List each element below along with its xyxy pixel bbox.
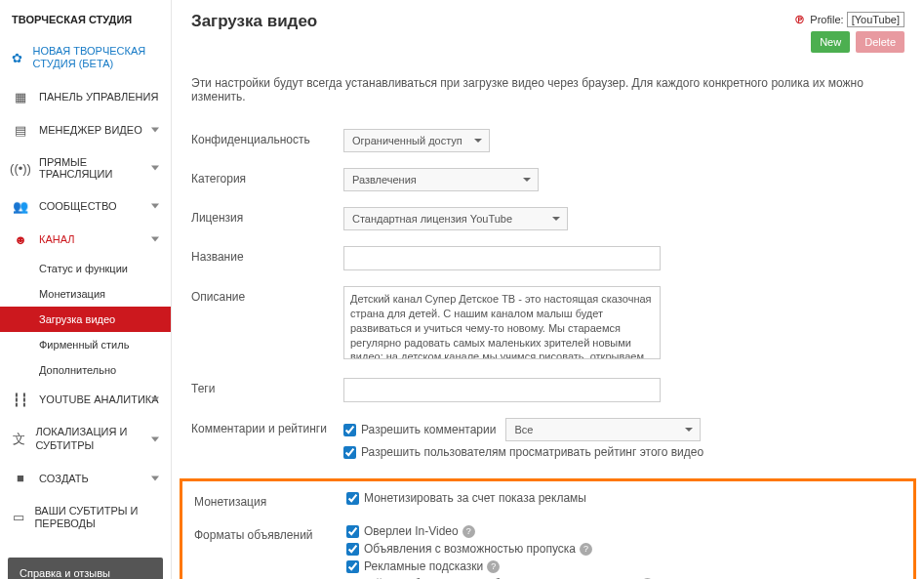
cc-icon: ▭ [12, 511, 24, 524]
text-sponsored: Рекламные подсказки [364, 559, 483, 573]
label-tags: Теги [191, 378, 343, 395]
label-category: Категория [191, 168, 343, 186]
dashboard-icon: ▦ [12, 90, 29, 103]
label-monetization: Монетизация [194, 491, 346, 509]
profile-label: Profile: [810, 14, 843, 25]
label-license: Лицензия [191, 207, 343, 225]
help-icon[interactable]: ? [487, 560, 500, 573]
delete-button[interactable]: Delete [856, 31, 904, 53]
sidebar-analytics[interactable]: ┇┇ YOUTUBE АНАЛИТИКА [0, 383, 171, 416]
person-icon: ☻ [12, 232, 29, 246]
checkbox-skippable[interactable] [346, 543, 359, 556]
checkbox-sponsored[interactable] [346, 560, 359, 573]
sidebar-feedback[interactable]: Справка и отзывы [8, 558, 163, 579]
page-title: Загрузка видео [191, 12, 317, 31]
sidebar-label: ПАНЕЛЬ УПРАВЛЕНИЯ [39, 91, 158, 103]
sidebar-label: СОЗДАТЬ [39, 473, 89, 484]
text-allow-comments: Разрешить комментарии [361, 423, 496, 436]
sidebar-title: ТВОРЧЕСКАЯ СТУДИЯ [0, 8, 171, 35]
sidebar-dashboard[interactable]: ▦ ПАНЕЛЬ УПРАВЛЕНИЯ [0, 80, 171, 113]
page-description: Эти настройки будут всегда устанавливать… [191, 76, 904, 103]
sidebar-label: НОВАЯ ТВОРЧЕСКАЯ СТУДИЯ (БЕТА) [33, 45, 159, 70]
sidebar-translations[interactable]: 文 ЛОКАЛИЗАЦИЯ И СУБТИТРЫ [0, 416, 171, 461]
sidebar-label: YOUTUBE АНАЛИТИКА [39, 393, 159, 405]
profile-badge-icon: ℗ [794, 14, 805, 25]
select-license[interactable]: Стандартная лицензия YouTube [343, 207, 568, 230]
camera-icon: ■ [12, 472, 29, 485]
help-icon[interactable]: ? [462, 525, 475, 538]
sidebar-community[interactable]: 👥 СООБЩЕСТВО [0, 189, 171, 223]
text-allow-ratings: Разрешить пользователям просматривать ре… [361, 445, 703, 459]
sidebar-label: ПРЯМЫЕ ТРАНСЛЯЦИИ [39, 156, 159, 180]
sidebar-sub-advanced[interactable]: Дополнительно [0, 357, 171, 383]
video-icon: ▤ [12, 123, 29, 137]
sidebar-sub-monetization[interactable]: Монетизация [0, 281, 171, 307]
sidebar-sub-status[interactable]: Статус и функции [0, 256, 171, 281]
broadcast-icon: ((•)) [12, 161, 29, 175]
checkbox-overlay[interactable] [346, 525, 359, 538]
label-comments: Комментарии и рейтинги [191, 418, 343, 435]
analytics-icon: ┇┇ [12, 393, 29, 406]
input-title[interactable] [343, 246, 661, 270]
select-category[interactable]: Развлечения [343, 168, 539, 191]
sidebar-label: МЕНЕДЖЕР ВИДЕО [39, 124, 142, 136]
checkbox-monetize[interactable] [346, 492, 359, 505]
text-overlay: Оверлеи In-Video [364, 524, 459, 538]
gear-icon: ✿ [12, 51, 23, 64]
sidebar-create[interactable]: ■ СОЗДАТЬ [0, 462, 171, 495]
sidebar: ТВОРЧЕСКАЯ СТУДИЯ ✿ НОВАЯ ТВОРЧЕСКАЯ СТУ… [0, 0, 172, 579]
sidebar-sub-branding[interactable]: Фирменный стиль [0, 332, 171, 357]
sidebar-label: ВАШИ СУБТИТРЫ И ПЕРЕВОДЫ [34, 505, 159, 530]
monetization-highlight: Монетизация Монетизировать за счет показ… [180, 478, 916, 579]
sidebar-live[interactable]: ((•)) ПРЯМЫЕ ТРАНСЛЯЦИИ [0, 146, 171, 189]
checkbox-allow-ratings[interactable] [343, 446, 356, 459]
select-privacy[interactable]: Ограниченный доступ [343, 129, 490, 152]
text-monetize: Монетизировать за счет показа рекламы [364, 491, 586, 505]
label-privacy: Конфиденциальность [191, 129, 343, 146]
select-comment-filter[interactable]: Все [505, 418, 701, 441]
sidebar-channel[interactable]: ☻ КАНАЛ [0, 223, 171, 256]
main-content: Загрузка видео ℗ Profile: [YouTube] New … [172, 0, 924, 579]
textarea-description[interactable] [343, 286, 661, 359]
sidebar-your-subs[interactable]: ▭ ВАШИ СУБТИТРЫ И ПЕРЕВОДЫ [0, 495, 171, 540]
label-description: Описание [191, 286, 343, 304]
label-title: Название [191, 246, 343, 264]
sidebar-video-manager[interactable]: ▤ МЕНЕДЖЕР ВИДЕО [0, 113, 171, 146]
input-tags[interactable] [343, 378, 661, 402]
label-ad-formats: Форматы объявлений [194, 524, 346, 542]
new-button[interactable]: New [811, 31, 850, 53]
sidebar-label: ЛОКАЛИЗАЦИЯ И СУБТИТРЫ [36, 426, 159, 451]
profile-block: ℗ Profile: [YouTube] New Delete [794, 12, 904, 53]
sidebar-sub-upload[interactable]: Загрузка видео [0, 307, 171, 332]
text-skippable: Объявления с возможностью пропуска [364, 542, 576, 556]
sidebar-label: КАНАЛ [39, 233, 75, 245]
sidebar-new-studio[interactable]: ✿ НОВАЯ ТВОРЧЕСКАЯ СТУДИЯ (БЕТА) [0, 35, 171, 80]
people-icon: 👥 [12, 199, 29, 213]
checkbox-allow-comments[interactable] [343, 424, 356, 436]
help-icon[interactable]: ? [580, 543, 592, 556]
sidebar-label: СООБЩЕСТВО [39, 200, 117, 212]
profile-select[interactable]: [YouTube] [847, 12, 904, 27]
translate-icon: 文 [12, 433, 26, 446]
